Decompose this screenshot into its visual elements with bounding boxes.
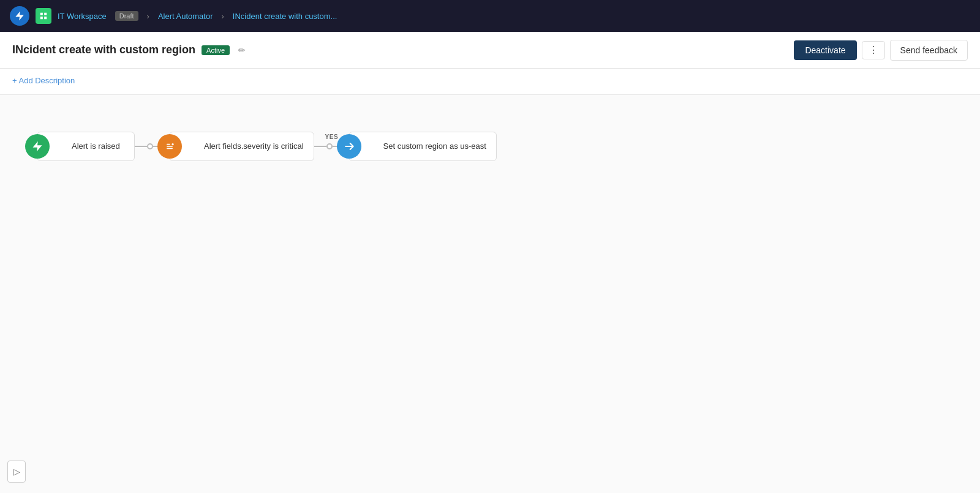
node-card-trigger[interactable]: Alert is raised: [37, 132, 135, 161]
topbar: IT Workspace Draft › Alert Automator › I…: [0, 0, 980, 32]
svg-marker-0: [15, 12, 24, 21]
page-header: INcident create with custom region Activ…: [0, 32, 980, 69]
workflow-canvas[interactable]: Alert is raised ▶ Alert fields.severity …: [0, 95, 980, 493]
trigger-icon: [25, 134, 50, 159]
line-1: [135, 146, 147, 147]
line-3: [314, 146, 326, 147]
app-logo: [10, 6, 29, 26]
sidebar-toggle-icon: ▷: [13, 467, 20, 476]
condition-icon: [157, 134, 182, 159]
automator-link[interactable]: Alert Automator: [158, 12, 213, 21]
workspace-link[interactable]: IT Workspace: [58, 12, 107, 21]
page-title: INcident create with custom region: [12, 43, 195, 56]
more-options-button[interactable]: ⋮: [862, 41, 885, 59]
yes-label: YES: [325, 134, 339, 140]
node-condition[interactable]: Alert fields.severity is critical: [169, 132, 314, 161]
action-icon: [337, 134, 361, 159]
current-page-label: INcident create with custom...: [233, 12, 337, 21]
svg-marker-5: [33, 141, 42, 152]
breadcrumb-sep-2: ›: [222, 12, 224, 21]
trigger-label: Alert is raised: [72, 141, 120, 151]
condition-label: Alert fields.severity is critical: [204, 141, 304, 151]
header-left: INcident create with custom region Activ…: [12, 43, 248, 58]
draft-badge: Draft: [115, 11, 138, 21]
edit-title-button[interactable]: ✏: [236, 43, 248, 58]
more-icon: ⋮: [869, 45, 878, 55]
svg-rect-4: [44, 17, 47, 19]
node-card-condition[interactable]: Alert fields.severity is critical: [169, 132, 314, 161]
dot-1: [147, 143, 153, 149]
sidebar-toggle-button[interactable]: ▷: [7, 461, 26, 483]
dot-2: [326, 143, 333, 149]
action-label: Set custom region as us-east: [383, 141, 486, 151]
add-description-button[interactable]: + Add Description: [12, 76, 75, 85]
svg-rect-2: [44, 13, 47, 15]
node-card-action[interactable]: Set custom region as us-east: [349, 132, 497, 161]
svg-point-6: [172, 143, 173, 145]
workspace-icon: [36, 8, 51, 24]
svg-rect-3: [40, 17, 43, 19]
deactivate-button[interactable]: Deactivate: [794, 40, 856, 60]
node-action[interactable]: Set custom region as us-east: [349, 132, 497, 161]
send-feedback-button[interactable]: Send feedback: [890, 40, 968, 61]
flow-area: Alert is raised ▶ Alert fields.severity …: [37, 132, 497, 161]
svg-rect-1: [40, 13, 43, 15]
header-right: Deactivate ⋮ Send feedback: [794, 40, 968, 61]
description-area: + Add Description: [0, 69, 980, 95]
status-badge: Active: [202, 45, 230, 55]
breadcrumb-sep-1: ›: [147, 12, 149, 21]
node-trigger[interactable]: Alert is raised: [37, 132, 135, 161]
